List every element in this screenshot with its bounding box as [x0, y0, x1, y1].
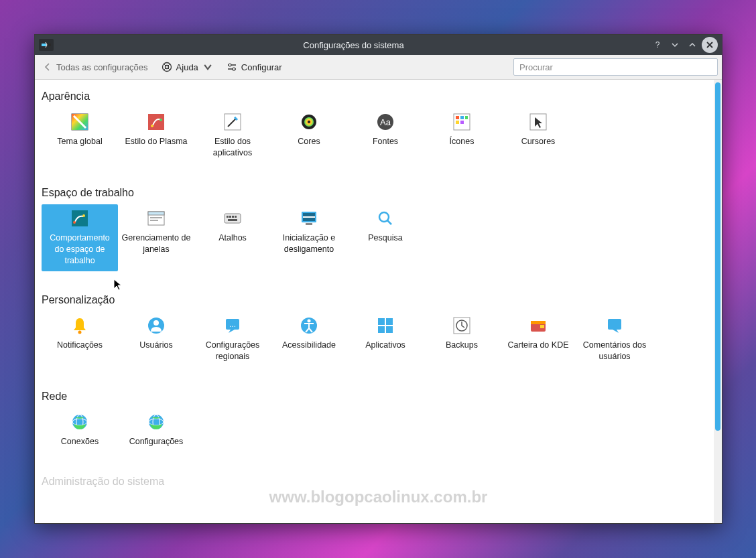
sliders-icon [227, 62, 237, 72]
item-icones[interactable]: Ícones [424, 108, 500, 164]
configure-label: Configurar [241, 62, 282, 72]
help-label: Ajuda [176, 62, 198, 72]
back-button[interactable]: Todas as configurações [39, 60, 152, 75]
connections-icon [70, 412, 90, 432]
svg-text:Aa: Aa [380, 117, 391, 127]
section-personalization: Personalização [42, 290, 707, 311]
svg-rect-31 [150, 220, 158, 221]
svg-rect-9 [148, 114, 164, 130]
item-label: Cursores [521, 136, 556, 147]
svg-point-45 [153, 320, 159, 326]
svg-point-10 [151, 125, 153, 127]
appearance-grid: Tema global Estilo do Plasma Estilo dos … [42, 108, 707, 164]
svg-rect-34 [229, 216, 231, 218]
item-notificacoes[interactable]: Notificações [42, 311, 118, 368]
item-label: Estilo do Plasma [125, 136, 187, 147]
item-comportamento-workspace[interactable]: Comportamento do espaço de trabalho [42, 204, 118, 272]
item-usuarios[interactable]: Usuários [118, 311, 194, 368]
item-estilo-aplicativos[interactable]: Estilo dos aplicativos [194, 108, 271, 164]
item-fontes[interactable]: Aa Fontes [347, 108, 424, 164]
item-config-regionais[interactable]: … Configurações regionais [194, 311, 271, 368]
item-label: Tema global [57, 136, 102, 147]
svg-point-6 [233, 68, 235, 70]
minimize-button[interactable] [667, 37, 683, 53]
svg-rect-30 [150, 217, 162, 218]
icons-icon [452, 112, 472, 132]
item-label: Inicialização e desligamento [273, 232, 344, 255]
item-label: Carteira do KDE [507, 340, 568, 351]
help-button[interactable]: Ajuda [158, 59, 217, 75]
section-workspace: Espaço de trabalho [42, 183, 707, 204]
help-titlebutton[interactable]: ? [649, 37, 666, 53]
svg-rect-20 [460, 116, 464, 119]
svg-rect-0 [42, 44, 46, 46]
svg-rect-41 [303, 216, 315, 218]
configure-button[interactable]: Configurar [223, 59, 286, 75]
titlebar[interactable]: Configurações do sistema ? [35, 35, 722, 55]
window-title: Configurações do sistema [59, 40, 648, 50]
item-label: Atalhos [218, 232, 247, 244]
svg-point-49 [308, 320, 311, 323]
search-input[interactable] [513, 58, 718, 76]
item-inicializacao[interactable]: Inicialização e desligamento [271, 204, 347, 272]
svg-rect-35 [232, 216, 234, 218]
item-cores[interactable]: Cores [271, 108, 347, 164]
item-aplicativos[interactable]: Aplicativos [347, 311, 424, 368]
svg-point-11 [160, 119, 162, 121]
personalization-grid: Notificações Usuários … Configurações re… [42, 311, 707, 368]
svg-rect-22 [456, 121, 459, 124]
workspace-behavior-icon [70, 208, 90, 228]
back-label: Todas as configurações [56, 62, 148, 72]
item-estilo-plasma[interactable]: Estilo do Plasma [118, 108, 194, 164]
svg-rect-36 [235, 216, 237, 218]
fonts-icon: Aa [375, 112, 395, 132]
svg-point-42 [379, 212, 389, 222]
item-label: Configurações regionais [197, 340, 268, 362]
item-config-rede[interactable]: Configurações [118, 408, 194, 453]
item-carteira-kde[interactable]: Carteira do KDE [500, 311, 576, 368]
startup-shutdown-icon [299, 208, 319, 228]
close-button[interactable] [702, 37, 718, 53]
section-network: Rede [42, 387, 707, 408]
global-theme-icon [70, 112, 90, 132]
item-conexoes[interactable]: Conexões [42, 408, 118, 453]
svg-rect-52 [378, 326, 385, 333]
svg-point-15 [308, 121, 310, 123]
svg-rect-57 [531, 321, 546, 324]
notifications-icon [70, 316, 90, 336]
item-pesquisa[interactable]: Pesquisa [347, 204, 424, 272]
shortcuts-icon [223, 208, 243, 228]
lifebuoy-icon [162, 62, 172, 72]
section-appearance: Aparência [42, 86, 707, 108]
network-settings-icon [146, 412, 166, 432]
svg-rect-58 [540, 325, 544, 328]
item-atalhos[interactable]: Atalhos [194, 204, 271, 272]
svg-point-26 [73, 221, 76, 224]
svg-rect-59 [608, 319, 621, 330]
item-backups[interactable]: Backups [424, 311, 500, 368]
maximize-button[interactable] [684, 37, 700, 53]
item-acessibilidade[interactable]: Acessibilidade [271, 311, 347, 368]
svg-point-43 [78, 331, 82, 334]
item-tema-global[interactable]: Tema global [42, 108, 118, 164]
item-label: Cores [298, 136, 320, 147]
svg-rect-23 [460, 121, 464, 124]
toolbar: Todas as configurações Ajuda Configurar [35, 55, 722, 80]
chevron-down-icon [202, 62, 213, 72]
item-label: Conexões [61, 436, 99, 447]
svg-rect-50 [378, 318, 385, 325]
svg-rect-53 [386, 326, 393, 333]
svg-rect-29 [148, 212, 164, 215]
item-gerenciamento-janelas[interactable]: Gerenciamento de janelas [118, 204, 194, 272]
svg-point-5 [229, 64, 231, 66]
scroll-thumb[interactable] [715, 82, 720, 431]
scrollbar[interactable] [714, 80, 722, 523]
item-comentarios-usuarios[interactable]: Comentários dos usuários [576, 311, 653, 368]
item-label: Aplicativos [365, 340, 405, 351]
scroll-area[interactable]: Aparência Tema global Estilo do Plasma E… [35, 80, 714, 523]
accessibility-icon [299, 316, 319, 336]
section-sysadmin: Administração do sistema [42, 472, 707, 493]
item-cursores[interactable]: Cursores [500, 108, 576, 164]
svg-rect-37 [228, 219, 237, 221]
svg-text:?: ? [655, 40, 660, 50]
